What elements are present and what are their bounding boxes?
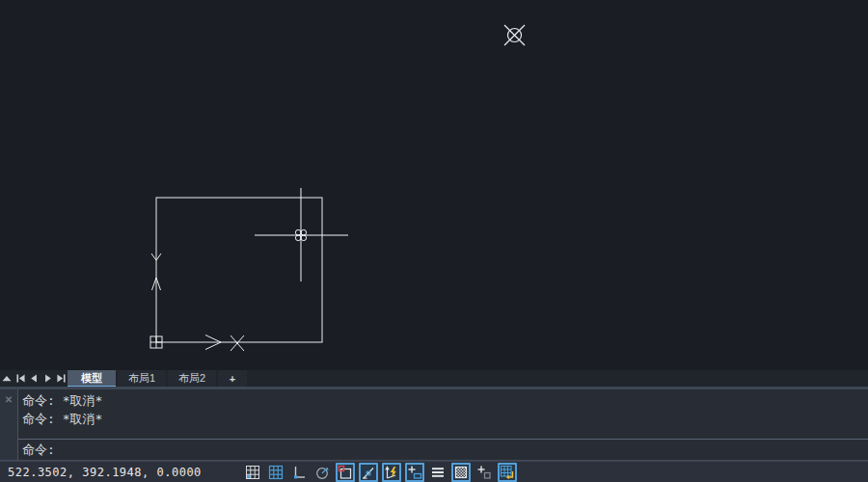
ortho-mode-toggle[interactable] bbox=[289, 463, 309, 482]
canvas-drawing: Y X bbox=[0, 0, 868, 370]
coordinate-readout: 522.3502, 392.1948, 0.0000 bbox=[0, 466, 243, 479]
show-lineweight-toggle[interactable] bbox=[405, 463, 424, 482]
command-text-area[interactable]: 命令: *取消*命令: *取消* 命令: bbox=[18, 389, 868, 460]
annotation-scale-icon bbox=[500, 465, 515, 480]
selection-cycling-icon bbox=[476, 465, 492, 480]
command-line-panel: ✕ 命令: *取消*命令: *取消* 命令: bbox=[0, 387, 868, 461]
object-snap-toggle[interactable] bbox=[336, 463, 355, 482]
object-snap-tracking-icon bbox=[361, 465, 376, 480]
three-lines-icon bbox=[430, 465, 446, 480]
layout-tab-bar: 模型 布局1 布局2 + bbox=[0, 370, 868, 387]
command-gutter: ✕ bbox=[0, 389, 18, 460]
grid-display-toggle[interactable] bbox=[266, 463, 285, 482]
view-indicator-icon[interactable] bbox=[504, 25, 525, 45]
previous-tab-button[interactable] bbox=[27, 370, 41, 387]
next-tab-button[interactable] bbox=[41, 370, 54, 387]
dynamic-input-icon bbox=[384, 465, 399, 480]
status-bar: 522.3502, 392.1948, 0.0000 bbox=[0, 461, 868, 482]
crosshair-cursor bbox=[255, 188, 348, 281]
object-snap-tracking-toggle[interactable] bbox=[359, 463, 378, 482]
snap-grid-icon bbox=[245, 465, 260, 480]
close-command-icon[interactable]: ✕ bbox=[5, 395, 13, 460]
lineweight-icon bbox=[407, 465, 422, 480]
command-prompt: 命令: bbox=[22, 442, 55, 459]
selection-cycling-toggle[interactable] bbox=[475, 463, 494, 482]
first-tab-button[interactable] bbox=[14, 370, 27, 387]
command-history: 命令: *取消*命令: *取消* bbox=[18, 389, 868, 439]
polar-icon bbox=[314, 465, 330, 480]
object-snap-icon bbox=[338, 465, 353, 480]
transparency-toggle[interactable] bbox=[451, 463, 471, 482]
snap-mode-toggle[interactable] bbox=[243, 463, 262, 482]
lineweight-list-toggle[interactable] bbox=[428, 463, 448, 482]
ortho-icon bbox=[291, 465, 307, 480]
transparency-icon bbox=[453, 465, 469, 480]
annotation-scale-toggle[interactable] bbox=[498, 463, 517, 482]
tabbar-spacer bbox=[249, 370, 868, 387]
status-toggles bbox=[243, 463, 517, 482]
command-input-line[interactable]: 命令: bbox=[18, 439, 868, 460]
last-tab-button[interactable] bbox=[54, 370, 68, 387]
command-history-line: 命令: *取消* bbox=[22, 391, 864, 410]
dynamic-input-toggle[interactable] bbox=[382, 463, 401, 482]
tab-menu-up-button[interactable] bbox=[0, 370, 14, 387]
grid-icon bbox=[268, 465, 284, 480]
cad-application-window: Y X 模型 布局1 bbox=[0, 0, 868, 482]
polar-tracking-toggle[interactable] bbox=[312, 463, 332, 482]
tab-model[interactable]: 模型 bbox=[68, 370, 116, 387]
rectangle-entity[interactable] bbox=[156, 198, 322, 342]
model-space-canvas[interactable]: Y X bbox=[0, 0, 868, 370]
command-history-line: 命令: *取消* bbox=[22, 410, 864, 428]
tab-layout1[interactable]: 布局1 bbox=[118, 370, 166, 387]
ucs-icon bbox=[150, 254, 244, 351]
tab-layout2[interactable]: 布局2 bbox=[168, 370, 216, 387]
add-layout-button[interactable]: + bbox=[218, 370, 247, 387]
